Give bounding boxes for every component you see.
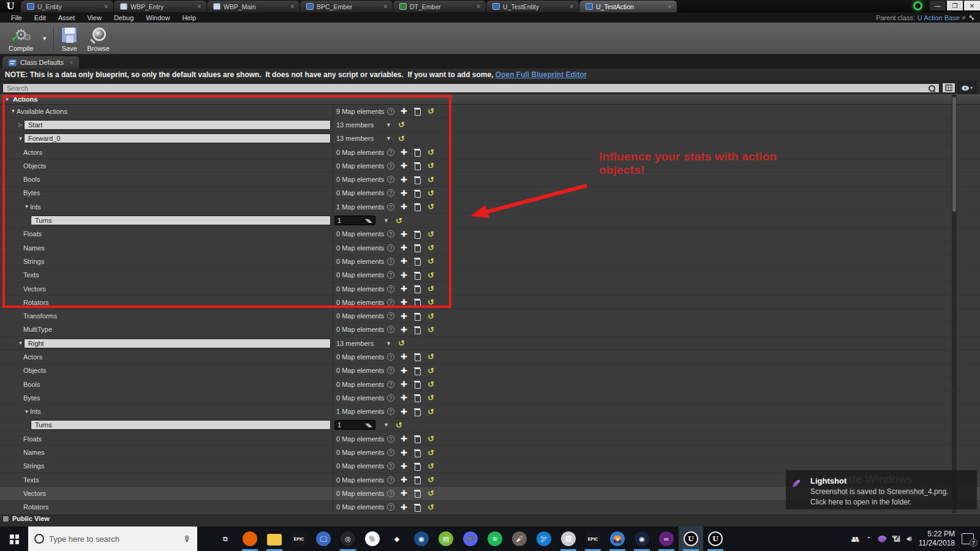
file-explorer-icon[interactable]: [262, 527, 287, 551]
reset-to-default-icon[interactable]: ↺: [427, 162, 435, 170]
photos-app-icon[interactable]: 🌄: [605, 527, 630, 551]
visual-studio-icon[interactable]: ∞: [654, 527, 679, 551]
reset-to-default-icon[interactable]: ↺: [427, 312, 435, 320]
menu-asset[interactable]: Asset: [52, 13, 81, 22]
add-element-icon[interactable]: ✚: [400, 107, 408, 115]
evernote-icon[interactable]: 🐘: [360, 527, 385, 551]
delete-icon[interactable]: [413, 176, 421, 184]
reset-to-default-icon[interactable]: ↺: [395, 421, 403, 429]
openoffice-icon[interactable]: 🕊: [532, 527, 556, 551]
delete-icon[interactable]: [413, 476, 421, 484]
help-icon[interactable]: ?: [387, 176, 394, 183]
epic-games-icon[interactable]: EPIC: [287, 527, 311, 551]
lightshot-notification[interactable]: Lightshot Screenshot is saved to Screens…: [786, 470, 977, 509]
delete-icon[interactable]: [413, 503, 421, 511]
maximize-button[interactable]: ❐: [947, 1, 963, 10]
wifi-icon[interactable]: 📶︎: [892, 534, 900, 544]
help-icon[interactable]: ?: [387, 189, 394, 197]
delete-icon[interactable]: [413, 326, 421, 334]
property-row-turns[interactable]: Turns1◥◣▼↺: [0, 419, 980, 432]
expand-arrow-icon[interactable]: ▼: [23, 409, 30, 414]
property-row-turns[interactable]: Turns1◥◣▼↺: [0, 214, 980, 227]
add-element-icon[interactable]: ✚: [400, 489, 408, 497]
delete-icon[interactable]: [413, 435, 421, 443]
window-tab-DT_Ember[interactable]: DT_Ember✕: [393, 1, 486, 12]
help-icon[interactable]: ?: [387, 394, 394, 402]
details-scrollbar[interactable]: [952, 95, 957, 517]
reset-to-default-icon[interactable]: ↺: [427, 380, 435, 388]
menu-debug[interactable]: Debug: [108, 13, 140, 22]
expand-arrow-icon[interactable]: ▼: [10, 108, 17, 114]
add-element-icon[interactable]: ✚: [400, 148, 408, 156]
add-element-icon[interactable]: ✚: [400, 312, 408, 320]
property-row-available-actions[interactable]: ▼Available Actions9 Map elements?✚↺: [0, 105, 980, 118]
property-row-ints[interactable]: ▼Ints1 Map elements?✚↺: [0, 200, 980, 214]
delete-icon[interactable]: [413, 380, 421, 388]
reset-to-default-icon[interactable]: ↺: [427, 489, 435, 497]
reset-to-default-icon[interactable]: ↺: [427, 285, 435, 293]
property-row-multitype[interactable]: MultiType0 Map elements?✚↺: [0, 323, 980, 337]
search-glass-icon[interactable]: ⌕: [962, 13, 966, 21]
reset-to-default-icon[interactable]: ↺: [427, 107, 435, 115]
property-row-rotators[interactable]: Rotators0 Map elements?✚↺: [0, 296, 980, 309]
property-row-texts[interactable]: Texts0 Map elements?✚↺: [0, 269, 980, 282]
add-element-icon[interactable]: ✚: [400, 176, 408, 184]
spotify-icon[interactable]: ≋: [483, 527, 507, 551]
property-row-strings[interactable]: Strings0 Map elements?✚↺: [0, 255, 980, 268]
help-icon[interactable]: ?: [387, 271, 394, 279]
steam-icon[interactable]: ◉: [409, 527, 434, 551]
expand-arrow-icon[interactable]: ▼: [23, 204, 30, 209]
help-icon[interactable]: ?: [387, 381, 394, 388]
add-element-icon[interactable]: ✚: [400, 367, 408, 375]
reset-to-default-icon[interactable]: ↺: [427, 189, 435, 197]
help-icon[interactable]: ?: [387, 476, 394, 484]
property-row-transforms[interactable]: Transforms0 Map elements?✚↺: [0, 309, 980, 323]
photo-viewer-icon[interactable]: 🖼: [556, 527, 581, 551]
epic-games-icon-2[interactable]: EPIC: [581, 527, 605, 551]
help-icon[interactable]: ?: [387, 367, 394, 374]
help-icon[interactable]: ?: [387, 503, 394, 511]
drag-handle-icon[interactable]: ◥◣: [365, 422, 372, 428]
reset-to-default-icon[interactable]: ↺: [427, 257, 435, 265]
property-row-bools[interactable]: Bools0 Map elements?✚↺: [0, 173, 980, 186]
reset-to-default-icon[interactable]: ↺: [398, 121, 405, 129]
add-element-icon[interactable]: ✚: [400, 285, 408, 293]
reset-to-default-icon[interactable]: ↺: [427, 353, 435, 361]
key-name-field[interactable]: Turns: [31, 420, 331, 430]
add-element-icon[interactable]: ✚: [400, 476, 408, 484]
add-element-icon[interactable]: ✚: [400, 203, 408, 211]
add-element-icon[interactable]: ✚: [400, 162, 408, 170]
start-button[interactable]: [0, 527, 28, 551]
tab-close-icon[interactable]: ×: [70, 59, 73, 66]
key-name-field[interactable]: Turns: [31, 216, 331, 225]
taskbar-clock[interactable]: 5:22 PM 11/24/2018: [919, 530, 955, 548]
window-tab-WBP_Main[interactable]: WBP_Main✕: [207, 1, 300, 12]
reset-to-default-icon[interactable]: ↺: [427, 148, 435, 156]
window-tab-U_TestAction[interactable]: U_TestAction✕: [579, 1, 677, 12]
discord-icon[interactable]: 🎮: [458, 527, 483, 551]
reset-to-default-icon[interactable]: ↺: [427, 503, 435, 511]
gimp-icon[interactable]: 🖌: [507, 527, 532, 551]
delete-icon[interactable]: [413, 257, 421, 265]
property-row-bytes[interactable]: Bytes0 Map elements?✚↺: [0, 187, 980, 200]
delete-icon[interactable]: [413, 189, 421, 197]
key-name-field[interactable]: Forward_0: [24, 133, 331, 143]
int-value-field[interactable]: 1◥◣: [334, 216, 375, 225]
add-element-icon[interactable]: ✚: [400, 257, 408, 265]
task-view-icon[interactable]: ⧉: [213, 527, 238, 551]
volume-icon[interactable]: 🔊︎: [907, 534, 912, 544]
window-tab-BPC_Ember[interactable]: BPC_Ember✕: [300, 1, 393, 12]
reset-to-default-icon[interactable]: ↺: [427, 326, 435, 334]
add-element-icon[interactable]: ✚: [400, 435, 408, 443]
key-name-field[interactable]: Right: [24, 339, 331, 348]
notepad-icon[interactable]: ▤: [434, 527, 458, 551]
property-row-ints[interactable]: ▼Ints1 Map elements?✚↺: [0, 405, 980, 419]
lightshot-tray-icon[interactable]: [876, 534, 887, 544]
add-element-icon[interactable]: ✚: [400, 380, 408, 388]
help-icon[interactable]: ?: [387, 449, 394, 456]
delete-icon[interactable]: [413, 107, 421, 115]
reset-to-default-icon[interactable]: ↺: [427, 408, 435, 416]
property-row-bytes[interactable]: Bytes0 Map elements?✚↺: [0, 391, 980, 405]
reset-to-default-icon[interactable]: ↺: [427, 449, 435, 457]
collapse-arrow-icon[interactable]: ▷: [17, 122, 24, 127]
